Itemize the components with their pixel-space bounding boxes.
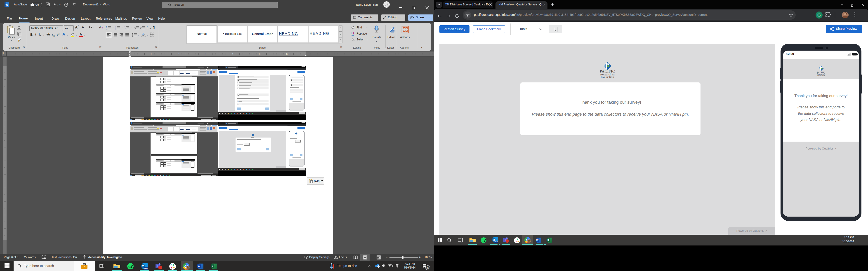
svg-text:5: 5 xyxy=(259,53,260,55)
svg-text:A: A xyxy=(147,26,148,28)
svg-text:2: 2 xyxy=(178,53,179,55)
svg-text:W: W xyxy=(5,3,8,6)
svg-text:6: 6 xyxy=(286,53,287,55)
svg-text:1: 1 xyxy=(151,53,152,55)
svg-text:Z: Z xyxy=(147,28,148,30)
svg-text:i: i xyxy=(126,29,126,30)
svg-text:3: 3 xyxy=(205,53,206,55)
svg-text:4: 4 xyxy=(232,53,233,55)
svg-text:3: 3 xyxy=(115,29,116,30)
